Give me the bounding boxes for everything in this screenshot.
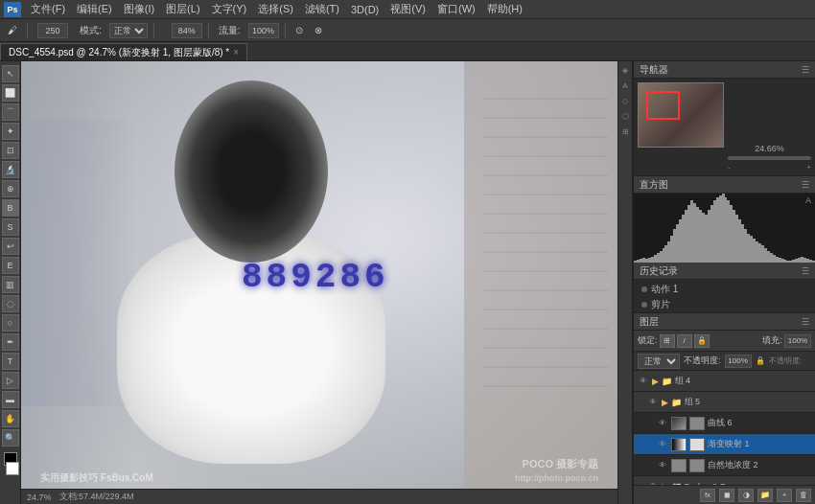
- layer-item-0[interactable]: 👁▶ 📁组 4: [634, 371, 815, 392]
- layer-visibility-3[interactable]: 👁: [657, 439, 668, 450]
- histogram-bars: [634, 194, 815, 263]
- layer-name-0: 组 4: [675, 375, 811, 387]
- menu-help[interactable]: 帮助(H): [481, 2, 528, 16]
- menu-type[interactable]: 文字(Y): [206, 2, 253, 16]
- right-panels: 导航器 ☰ 24.66% - +: [633, 61, 815, 504]
- zoom-in-icon[interactable]: +: [806, 163, 811, 172]
- history-icons: ☰: [802, 266, 809, 276]
- left-tools-panel: ↖ ⬜ ⌒ ✦ ⊡ 🔬 ⊕ B S ↩ E ▥ ◌ ○ ✒ T ▷ ▬ ✋ 🔍: [0, 61, 21, 504]
- pressure-icon[interactable]: ⊗: [311, 24, 326, 36]
- add-mask-btn[interactable]: ◼: [719, 489, 734, 502]
- tab-close[interactable]: ×: [233, 47, 239, 57]
- nav-thumbnail[interactable]: [638, 82, 724, 148]
- menu-window[interactable]: 窗口(W): [431, 2, 481, 16]
- brush-tool[interactable]: B: [2, 199, 19, 217]
- lock-all-btn[interactable]: 🔒: [694, 334, 710, 348]
- zoom-tool[interactable]: 🔍: [2, 429, 19, 447]
- active-tab[interactable]: DSC_4554.psd @ 24.7% (新变换射 1, 图层蒙版/8) * …: [0, 43, 247, 60]
- history-menu-icon[interactable]: ☰: [802, 266, 809, 276]
- layer-item-1[interactable]: 👁▶ 📁组 5: [634, 392, 815, 413]
- flow-input[interactable]: [248, 23, 279, 38]
- flow-label: 流量:: [215, 23, 244, 38]
- opacity-input[interactable]: [172, 23, 202, 38]
- menu-3d[interactable]: 3D(D): [345, 4, 384, 15]
- crop-tool[interactable]: ⊡: [2, 142, 19, 159]
- zoom-out-icon[interactable]: -: [728, 163, 731, 172]
- type-tool[interactable]: T: [2, 353, 19, 370]
- history-item-0[interactable]: 动作 1: [636, 282, 813, 297]
- menu-edit[interactable]: 编辑(E): [71, 2, 118, 16]
- dodge-tool[interactable]: ○: [2, 314, 19, 332]
- stamp-tool[interactable]: S: [2, 218, 19, 236]
- layer-visibility-1[interactable]: 👁: [647, 397, 659, 408]
- lock-position-btn[interactable]: ⊞: [660, 334, 675, 348]
- menu-bar: Ps 文件(F) 编辑(E) 图像(I) 图层(L) 文字(Y) 选择(S) 滤…: [0, 0, 815, 19]
- toolbar: 🖌 模式: 正常 流量: ⊙ ⊗: [0, 19, 815, 42]
- menu-layer[interactable]: 图层(L): [160, 2, 205, 16]
- layers-menu-icon[interactable]: ☰: [802, 317, 809, 327]
- history-brush-tool[interactable]: ↩: [2, 238, 19, 255]
- digital-number-overlay: 889286: [242, 258, 389, 297]
- layers-panel: 图层 ☰ 锁定: ⊞ / 🔒 填充: 正常 不透明度: 🔒: [634, 312, 815, 504]
- layer-visibility-4[interactable]: 👁: [657, 460, 668, 471]
- add-layer-btn[interactable]: +: [777, 489, 792, 502]
- tool-brush-icon[interactable]: 🖌: [4, 24, 21, 36]
- histogram-panel-header: 直方图 ☰: [634, 176, 815, 194]
- add-effect-btn[interactable]: fx: [700, 489, 715, 502]
- side-btn-1[interactable]: ◈: [618, 63, 632, 77]
- menu-file[interactable]: 文件(F): [25, 2, 71, 16]
- opacity-prop-input[interactable]: [725, 355, 752, 368]
- marquee-tool[interactable]: ⬜: [2, 84, 19, 102]
- navigator-panel: 导航器 ☰ 24.66% - +: [634, 61, 815, 176]
- move-tool[interactable]: ↖: [2, 65, 19, 82]
- path-select-tool[interactable]: ▷: [2, 372, 19, 389]
- lock-image-btn[interactable]: /: [677, 334, 692, 348]
- add-group-btn[interactable]: 📁: [757, 489, 773, 502]
- history-item-1[interactable]: 剪片: [636, 297, 813, 312]
- layer-item-4[interactable]: 👁自然地浓度 2: [634, 455, 815, 476]
- side-btn-4[interactable]: ⬡: [618, 109, 632, 123]
- layer-item-5[interactable]: 👁▶ 📁Dodge & Burn: [634, 476, 815, 485]
- layer-item-3[interactable]: 👁渐变映射 1: [634, 434, 815, 455]
- nav-zoom-slider[interactable]: [728, 156, 811, 160]
- eyedropper-tool[interactable]: 🔬: [2, 161, 19, 178]
- menu-select[interactable]: 选择(S): [252, 2, 299, 16]
- menu-view[interactable]: 视图(V): [384, 2, 431, 16]
- toolbar-separator-3: [208, 23, 209, 38]
- menu-image[interactable]: 图像(I): [118, 2, 160, 16]
- delete-layer-btn[interactable]: 🗑: [796, 489, 811, 502]
- histogram-menu-icon[interactable]: ☰: [802, 180, 809, 190]
- menu-filter[interactable]: 滤镜(T): [299, 2, 345, 16]
- pen-tool[interactable]: ✒: [2, 333, 19, 351]
- heal-tool[interactable]: ⊕: [2, 180, 19, 197]
- layer-visibility-5[interactable]: 👁: [647, 481, 659, 486]
- lasso-tool[interactable]: ⌒: [2, 103, 19, 121]
- opacity-label: [160, 30, 168, 32]
- background-color[interactable]: [6, 462, 19, 475]
- layer-thumb-3: [671, 438, 687, 451]
- navigator-menu-icon[interactable]: ☰: [802, 65, 809, 75]
- eraser-tool[interactable]: E: [2, 257, 19, 274]
- layers-toolbar: 锁定: ⊞ / 🔒 填充:: [634, 331, 815, 352]
- side-btn-2[interactable]: A: [618, 79, 632, 92]
- fill-input[interactable]: [784, 334, 811, 348]
- histogram-chart: A: [634, 194, 815, 263]
- blur-tool[interactable]: ◌: [2, 295, 19, 312]
- shape-tool[interactable]: ▬: [2, 391, 19, 408]
- main-layout: ↖ ⬜ ⌒ ✦ ⊡ 🔬 ⊕ B S ↩ E ▥ ◌ ○ ✒ T ▷ ▬ ✋ 🔍: [0, 61, 815, 504]
- add-adjustment-btn[interactable]: ◑: [738, 489, 754, 502]
- brush-size-label: [34, 22, 72, 39]
- layer-visibility-2[interactable]: 👁: [657, 418, 668, 429]
- hand-tool[interactable]: ✋: [2, 410, 19, 427]
- gradient-tool[interactable]: ▥: [2, 276, 19, 293]
- blend-mode-dropdown[interactable]: 正常: [638, 354, 680, 369]
- layer-item-2[interactable]: 👁曲线 6: [634, 413, 815, 434]
- layer-visibility-0[interactable]: 👁: [638, 376, 649, 387]
- navigator-content: 24.66% - +: [634, 79, 815, 175]
- blend-mode-select[interactable]: 正常: [109, 23, 148, 38]
- brush-size-input[interactable]: [37, 23, 68, 38]
- side-btn-5[interactable]: ⊞: [618, 125, 632, 138]
- side-btn-3[interactable]: ◇: [618, 94, 632, 107]
- magic-wand-tool[interactable]: ✦: [2, 123, 19, 140]
- airbrush-icon[interactable]: ⊙: [291, 24, 307, 36]
